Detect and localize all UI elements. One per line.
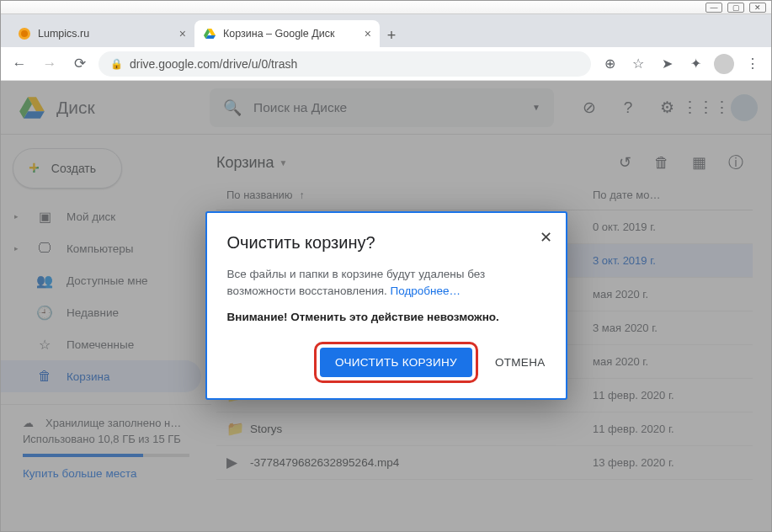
tab-title: Корзина – Google Диск	[223, 28, 334, 40]
tab-close-icon[interactable]: ×	[365, 27, 371, 40]
cancel-button[interactable]: ОТМЕНА	[495, 356, 546, 369]
favicon-drive-icon	[203, 27, 216, 40]
tab-title: Lumpics.ru	[38, 28, 89, 40]
zoom-icon[interactable]: ⊕	[598, 52, 621, 76]
empty-trash-confirm-button[interactable]: ОЧИСТИТЬ КОРЗИНУ	[320, 348, 472, 377]
dialog-close-button[interactable]: ✕	[540, 228, 552, 247]
dialog-body: Все файлы и папки в корзине будут удален…	[227, 266, 546, 301]
window-maximize-button[interactable]: ▢	[727, 3, 744, 13]
empty-trash-dialog: ✕ Очистить корзину? Все файлы и папки в …	[205, 211, 567, 400]
extensions-icon[interactable]: ✦	[684, 52, 707, 76]
new-tab-button[interactable]: +	[380, 24, 403, 47]
window-close-button[interactable]: ✕	[749, 3, 766, 13]
dialog-title: Очистить корзину?	[227, 233, 546, 253]
nav-reload-button[interactable]: ⟳	[68, 52, 92, 76]
address-bar: ← → ⟳ 🔒 drive.google.com/drive/u/0/trash…	[1, 47, 771, 81]
nav-back-button[interactable]: ←	[8, 52, 31, 76]
learn-more-link[interactable]: Подробнее…	[391, 285, 461, 297]
modal-overlay: ✕ Очистить корзину? Все файлы и папки в …	[1, 81, 771, 532]
url-text: drive.google.com/drive/u/0/trash	[130, 57, 297, 71]
nav-forward-button[interactable]: →	[38, 52, 61, 76]
profile-avatar-icon[interactable]	[712, 52, 736, 76]
tab-close-icon[interactable]: ×	[179, 27, 186, 40]
window-minimize-button[interactable]: —	[705, 3, 722, 13]
dialog-warning: Внимание! Отменить это действие невозмож…	[227, 311, 546, 323]
bookmark-icon[interactable]: ☆	[626, 52, 650, 76]
os-titlebar: — ▢ ✕	[1, 1, 771, 14]
tab-drive-trash[interactable]: Корзина – Google Диск ×	[194, 20, 380, 47]
url-input[interactable]: 🔒 drive.google.com/drive/u/0/trash	[98, 51, 591, 77]
share-icon[interactable]: ➤	[655, 52, 679, 76]
browser-tabs: Lumpics.ru × Корзина – Google Диск × +	[1, 14, 771, 47]
tab-lumpics[interactable]: Lumpics.ru ×	[9, 20, 194, 47]
lock-icon: 🔒	[110, 58, 123, 70]
svg-point-1	[21, 30, 28, 37]
favicon-lumpics-icon	[18, 27, 31, 40]
confirm-highlight: ОЧИСТИТЬ КОРЗИНУ	[314, 342, 478, 383]
chrome-menu-icon[interactable]: ⋮	[741, 52, 764, 76]
